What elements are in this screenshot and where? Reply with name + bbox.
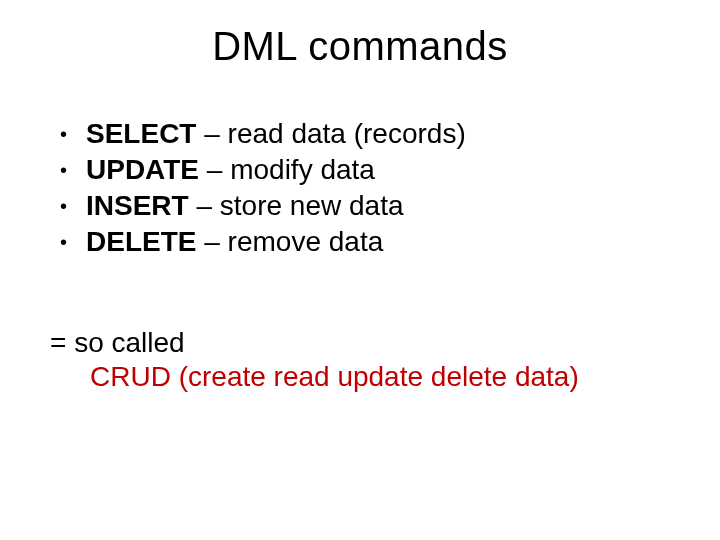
- list-item: • UPDATE – modify data: [58, 153, 670, 187]
- bullet-icon: •: [58, 225, 86, 259]
- list-item: • SELECT – read data (records): [58, 117, 670, 151]
- bullet-bold: INSERT: [86, 190, 189, 221]
- list-item: • INSERT – store new data: [58, 189, 670, 223]
- bullet-list: • SELECT – read data (records) • UPDATE …: [58, 117, 670, 260]
- footer-line-2: CRUD (create read update delete data): [90, 360, 670, 394]
- bullet-bold: DELETE: [86, 226, 196, 257]
- bullet-rest: – read data (records): [196, 118, 465, 149]
- bullet-icon: •: [58, 189, 86, 223]
- bullet-icon: •: [58, 153, 86, 187]
- bullet-text: DELETE – remove data: [86, 225, 670, 259]
- bullet-text: UPDATE – modify data: [86, 153, 670, 187]
- bullet-rest: – store new data: [189, 190, 404, 221]
- slide-title: DML commands: [50, 24, 670, 69]
- slide: DML commands • SELECT – read data (recor…: [0, 0, 720, 540]
- list-item: • DELETE – remove data: [58, 225, 670, 259]
- bullet-rest: – remove data: [196, 226, 383, 257]
- bullet-icon: •: [58, 117, 86, 151]
- bullet-bold: SELECT: [86, 118, 196, 149]
- footer-block: = so called CRUD (create read update del…: [50, 326, 670, 394]
- bullet-rest: – modify data: [199, 154, 375, 185]
- bullet-text: INSERT – store new data: [86, 189, 670, 223]
- footer-line-1: = so called: [50, 326, 670, 360]
- bullet-text: SELECT – read data (records): [86, 117, 670, 151]
- bullet-bold: UPDATE: [86, 154, 199, 185]
